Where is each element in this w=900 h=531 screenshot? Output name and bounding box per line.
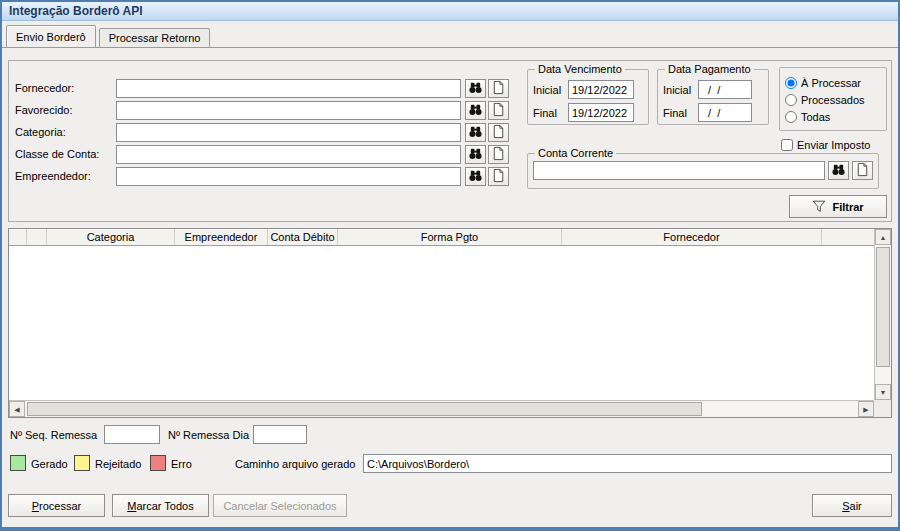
favorecido-new-button[interactable] — [488, 101, 509, 120]
empreendedor-search-button[interactable] — [465, 167, 486, 186]
grid-col-categoria[interactable]: Categoria — [47, 229, 175, 245]
scroll-down-icon[interactable]: ▼ — [875, 384, 891, 400]
radio-a-processar-row[interactable]: À Processar — [785, 76, 881, 89]
fornecedor-label: Fornecedor: — [15, 82, 74, 94]
radio-todas[interactable] — [785, 111, 797, 123]
filtrar-button[interactable]: Filtrar — [789, 195, 887, 218]
grid-col-filler — [822, 229, 874, 245]
seq-remessa-input[interactable] — [104, 425, 160, 444]
conta-corrente-input[interactable] — [533, 161, 825, 180]
favorecido-input[interactable] — [116, 101, 461, 120]
vencimento-inicial-label: Inicial — [533, 84, 563, 96]
bordero-grid: Categoria Empreendedor Conta Débito Form… — [8, 228, 892, 418]
grid-horizontal-scrollbar[interactable]: ◀ ▶ — [9, 400, 874, 417]
binoculars-icon — [468, 102, 483, 120]
seq-remessa-label: Nº Seq. Remessa — [10, 429, 97, 441]
conta-corrente-new-button[interactable] — [852, 161, 873, 180]
remessa-dia-input[interactable] — [253, 425, 307, 444]
erro-label: Erro — [171, 458, 192, 470]
tab-retorno-label: Processar Retorno — [109, 32, 201, 44]
grid-body[interactable] — [9, 246, 874, 400]
tab-envio-bordero[interactable]: Envio Borderô — [6, 25, 96, 47]
binoculars-icon — [468, 80, 483, 98]
fornecedor-search-button[interactable] — [465, 79, 486, 98]
gerado-label: Gerado — [31, 458, 68, 470]
pagamento-inicial-input[interactable] — [698, 80, 752, 99]
vencimento-final-label: Final — [533, 107, 563, 119]
radio-a-processar-label[interactable]: À Processar — [801, 77, 861, 89]
grid-col-indicator — [9, 229, 27, 245]
classe-conta-row: Classe de Conta: — [9, 145, 511, 165]
pagamento-inicial-label: Inicial — [663, 84, 693, 96]
favorecido-search-button[interactable] — [465, 101, 486, 120]
categoria-label: Categoria: — [15, 126, 66, 138]
fornecedor-row: Fornecedor: — [9, 79, 511, 99]
radio-a-processar[interactable] — [785, 77, 797, 89]
cancelar-selecionados-button: Cancelar Selecionados — [213, 494, 347, 517]
categoria-row: Categoria: — [9, 123, 511, 143]
rejeitado-label: Rejeitado — [95, 458, 141, 470]
vertical-scroll-thumb[interactable] — [876, 247, 890, 367]
empreendedor-input[interactable] — [116, 167, 461, 186]
binoculars-icon — [468, 124, 483, 142]
sair-button[interactable]: Sair — [812, 494, 892, 517]
categoria-new-button[interactable] — [488, 123, 509, 142]
vencimento-final-input[interactable] — [568, 103, 634, 122]
caminho-input[interactable] — [363, 454, 892, 473]
classe-conta-search-button[interactable] — [465, 145, 486, 164]
status-filter-group: À Processar Processados Todas — [779, 67, 887, 131]
processar-label: Processar — [32, 500, 82, 512]
new-document-icon — [491, 168, 506, 186]
filter-panel: Fornecedor: Favorecido: Categoria: — [8, 60, 892, 222]
titlebar[interactable]: Integração Borderô API — [2, 2, 898, 21]
marcar-todos-button[interactable]: Marcar Todos — [112, 494, 209, 517]
favorecido-row: Favorecido: — [9, 101, 511, 121]
radio-todas-label[interactable]: Todas — [801, 111, 830, 123]
scroll-right-icon[interactable]: ▶ — [858, 401, 874, 417]
conta-corrente-search-button[interactable] — [828, 161, 849, 180]
fornecedor-input[interactable] — [116, 79, 461, 98]
conta-corrente-title: Conta Corrente — [535, 147, 616, 159]
classe-conta-new-button[interactable] — [488, 145, 509, 164]
categoria-input[interactable] — [116, 123, 461, 142]
scrollbar-corner — [874, 400, 891, 417]
data-pagamento-title: Data Pagamento — [665, 63, 754, 75]
pagamento-final-label: Final — [663, 107, 693, 119]
tab-envio-label: Envio Borderô — [16, 31, 86, 43]
funnel-icon — [812, 199, 826, 215]
vencimento-inicial-input[interactable] — [568, 80, 634, 99]
empreendedor-new-button[interactable] — [488, 167, 509, 186]
data-vencimento-group: Data Vencimento Inicial Final — [527, 63, 649, 125]
data-pagamento-group: Data Pagamento Inicial Final — [657, 63, 769, 125]
radio-processados[interactable] — [785, 94, 797, 106]
grid-col-empreendedor[interactable]: Empreendedor — [175, 229, 268, 245]
conta-corrente-group: Conta Corrente — [527, 147, 879, 189]
grid-col-select — [27, 229, 47, 245]
grid-vertical-scrollbar[interactable]: ▲ ▼ — [874, 229, 891, 400]
processar-button[interactable]: Processar — [8, 494, 105, 517]
radio-processados-row[interactable]: Processados — [785, 93, 881, 106]
new-document-icon — [491, 80, 506, 98]
cancelar-selecionados-label: Cancelar Selecionados — [223, 500, 336, 512]
categoria-search-button[interactable] — [465, 123, 486, 142]
radio-todas-row[interactable]: Todas — [785, 110, 881, 123]
scroll-left-icon[interactable]: ◀ — [9, 401, 25, 417]
tab-processar-retorno[interactable]: Processar Retorno — [99, 28, 211, 47]
empreendedor-label: Empreendedor: — [15, 170, 91, 182]
grid-col-conta-debito[interactable]: Conta Débito — [268, 229, 338, 245]
horizontal-scroll-thumb[interactable] — [27, 402, 702, 416]
filtrar-label: Filtrar — [832, 201, 863, 213]
grid-col-forma-pgto[interactable]: Forma Pgto — [338, 229, 562, 245]
new-document-icon — [491, 102, 506, 120]
sair-label: Sair — [842, 500, 862, 512]
grid-col-fornecedor[interactable]: Fornecedor — [562, 229, 822, 245]
fornecedor-new-button[interactable] — [488, 79, 509, 98]
pagamento-final-input[interactable] — [698, 103, 752, 122]
classe-conta-input[interactable] — [116, 145, 461, 164]
scroll-up-icon[interactable]: ▲ — [875, 229, 891, 245]
tab-page-border — [2, 47, 898, 48]
favorecido-label: Favorecido: — [15, 104, 72, 116]
radio-processados-label[interactable]: Processados — [801, 94, 865, 106]
data-vencimento-title: Data Vencimento — [535, 63, 625, 75]
gerado-swatch — [10, 455, 26, 471]
